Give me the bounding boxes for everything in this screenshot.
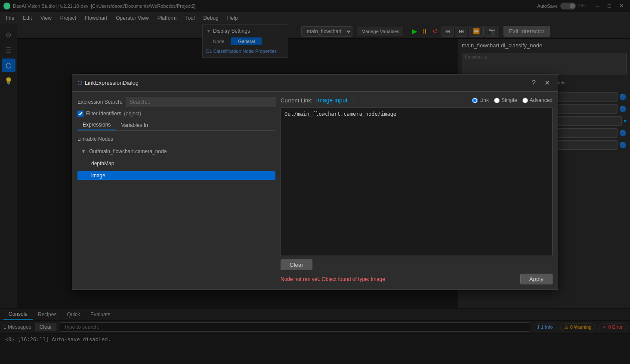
dialog-left-pane: Expression Search: Filter Identifiers (o… <box>77 97 275 284</box>
tab-expressions[interactable]: Expressions <box>77 120 116 130</box>
apply-button[interactable]: Apply <box>520 274 553 284</box>
link-type-link[interactable]: Link <box>472 97 489 103</box>
tree-parent-label: Out/main_flowchart.camera_node <box>89 148 167 154</box>
linkable-nodes-label: Linkable Nodes <box>77 134 275 144</box>
dialog-titlebar: ⬡ LinkExpressionDialog ? ✕ <box>72 74 558 92</box>
tree-child-image[interactable]: image <box>77 171 275 180</box>
dialog-title: ⬡ LinkExpressionDialog <box>77 80 139 86</box>
dialog-bottom-row: Clear <box>281 259 553 270</box>
more-options-icon[interactable]: ⋮ <box>351 97 357 104</box>
filter-type: (object) <box>124 111 141 117</box>
link-expression-dialog: ⬡ LinkExpressionDialog ? ✕ Expression Se… <box>72 74 558 290</box>
link-type-advanced[interactable]: Advanced <box>522 97 553 103</box>
expression-search-row: Expression Search: <box>77 97 275 107</box>
image-label: image <box>91 173 105 179</box>
tree-child-depthmap[interactable]: depthMap <box>77 159 275 168</box>
expression-search-input[interactable] <box>126 97 275 107</box>
clear-button[interactable]: Clear <box>281 259 312 270</box>
dialog-help-button[interactable]: ? <box>529 78 538 88</box>
dialog-tabs-row: Expressions Variables In <box>77 120 275 131</box>
dialog-status-row: Node not ran yet. Object found of type: … <box>281 274 553 284</box>
expression-search-label: Expression Search: <box>77 99 122 105</box>
current-link-value: Image input <box>316 97 347 104</box>
dialog-body: Expression Search: Filter Identifiers (o… <box>72 92 558 290</box>
dialog-close-button[interactable]: ✕ <box>542 78 553 88</box>
filter-label: Filter Identifiers <box>86 111 121 117</box>
tab-variables-in[interactable]: Variables In <box>116 120 153 130</box>
link-type-row: Link Simple Advanced <box>472 97 553 103</box>
dialog-icon: ⬡ <box>77 80 82 86</box>
dialog-overlay: ⬡ LinkExpressionDialog ? ✕ Expression Se… <box>0 0 630 364</box>
current-link-row: Current Link: Image input ⋮ <box>281 97 357 104</box>
depthmap-label: depthMap <box>91 160 114 167</box>
filter-identifiers-checkbox[interactable] <box>77 111 83 117</box>
status-text: Node not ran yet. Object found of type: … <box>281 276 517 282</box>
filter-row: Filter Identifiers (object) <box>77 111 275 117</box>
current-link-label: Current Link: <box>281 97 312 104</box>
link-type-simple[interactable]: Simple <box>494 97 517 103</box>
tree-parent-camera-node[interactable]: ▼ Out/main_flowchart.camera_node <box>77 147 275 156</box>
link-expression-box: Out/main_flowchart.camera_node/image <box>281 107 553 256</box>
dialog-right-pane: Current Link: Image input ⋮ Link Simple … <box>281 97 553 284</box>
tree-expand-icon: ▼ <box>81 148 86 154</box>
